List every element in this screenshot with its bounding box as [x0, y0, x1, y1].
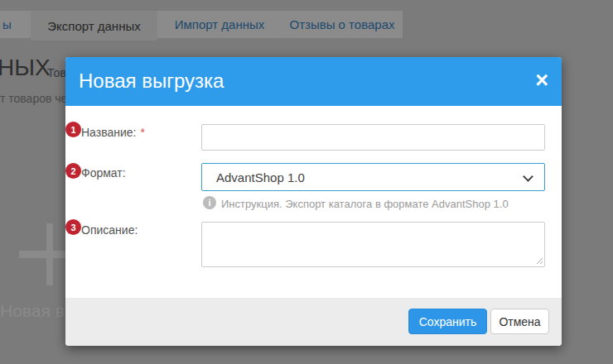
format-hint-text: Инструкция. Экспорт каталога в формате A…: [221, 198, 509, 210]
modal-footer: Сохранить Отмена: [65, 298, 562, 346]
name-label: Название:*: [81, 126, 145, 139]
step-badge-1: 1: [65, 122, 81, 137]
modal-title: Новая выгрузка: [79, 69, 224, 93]
name-label-text: Название:: [81, 126, 136, 139]
cancel-button[interactable]: Отмена: [490, 309, 549, 334]
format-select[interactable]: AdvantShop 1.0: [201, 163, 545, 191]
name-input[interactable]: [201, 124, 545, 151]
format-select-value: AdvantShop 1.0: [216, 170, 305, 184]
close-icon: ×: [535, 68, 548, 93]
close-button[interactable]: ×: [535, 69, 548, 92]
new-export-modal: Новая выгрузка × 1 Название:* 2 Формат: …: [65, 57, 562, 346]
modal-header: Новая выгрузка ×: [65, 57, 562, 106]
required-asterisk: *: [140, 126, 144, 139]
save-button[interactable]: Сохранить: [408, 309, 487, 334]
step-badge-3: 3: [65, 219, 81, 235]
format-label: Формат:: [81, 166, 126, 180]
description-textarea[interactable]: [201, 222, 545, 267]
step-badge-2: 2: [65, 163, 81, 179]
description-label: Описание:: [81, 223, 138, 237]
info-icon: i: [203, 196, 216, 209]
page-background: ы Экспорт данных Импорт данных Отзывы о …: [0, 0, 613, 364]
chevron-down-icon: [523, 171, 533, 182]
description-field-wrap: [201, 222, 545, 267]
